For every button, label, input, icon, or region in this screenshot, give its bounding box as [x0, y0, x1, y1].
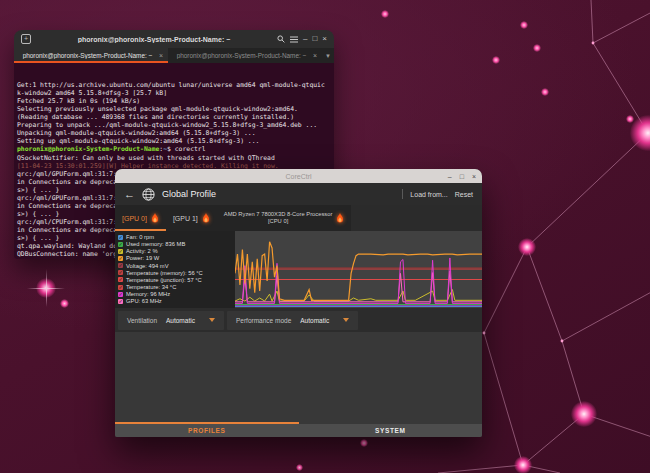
globe-icon	[142, 188, 155, 201]
sensor-checkbox[interactable]: ✓	[118, 285, 123, 290]
terminal-line: phoronix@phoronix-System-Product-Name:~$…	[17, 145, 331, 153]
sensor-checkbox[interactable]: ✓	[118, 249, 123, 254]
performance-mode-select[interactable]: Automatic	[300, 317, 334, 324]
bottom-nav: PROFILES SYSTEM	[115, 422, 482, 437]
sensor-label: GPU: 63 MHz	[126, 298, 162, 304]
corectrl-window: CoreCtrl – □ × ← Global Profile Load fro…	[115, 169, 482, 437]
sensor-checkbox[interactable]: ✓	[118, 299, 123, 304]
wallpaper-dot	[60, 299, 69, 308]
wallpaper-dot	[533, 44, 541, 52]
terminal-tab-active[interactable]: phoronix@phoronix-System-Product-Name: ~…	[14, 48, 168, 63]
sensor-row: ✓Temperature: 34 °C	[118, 283, 232, 290]
wallpaper-dot	[381, 10, 389, 18]
monitor-section: ✓Fan: 0 rpm✓Used memory: 836 MB✓Activity…	[115, 231, 482, 308]
tab-gpu0[interactable]: [GPU 0]	[115, 205, 166, 231]
controls-row: Ventilation Automatic Performance mode A…	[115, 308, 482, 332]
tab-cpu0[interactable]: AMD Ryzen 7 7800X3D 8-Core Processor [CP…	[217, 205, 352, 231]
profile-body-empty	[115, 332, 482, 422]
sensor-checkbox[interactable]: ✓	[118, 292, 123, 297]
load-from-button[interactable]: Load from...	[410, 191, 447, 198]
menu-icon[interactable]	[290, 36, 298, 43]
terminal-tab-bar: phoronix@phoronix-System-Product-Name: ~…	[14, 48, 334, 63]
minimize-icon[interactable]: –	[303, 35, 307, 43]
performance-mode-control: Performance mode Automatic	[227, 311, 358, 330]
flame-icon	[202, 213, 210, 223]
maximize-icon[interactable]: □	[312, 35, 317, 43]
sensor-row: ✓Temperature (memory): 56 °C	[118, 269, 232, 276]
close-icon[interactable]: ×	[472, 173, 476, 180]
sensor-row: ✓GPU: 63 MHz	[118, 298, 232, 305]
sensor-label: Temperature: 34 °C	[126, 284, 176, 290]
tab-gpu1[interactable]: [GPU 1]	[166, 205, 217, 231]
close-icon[interactable]: ×	[322, 35, 327, 43]
sensor-label: Used memory: 836 MB	[126, 241, 185, 247]
terminal-tab-label: phoronix@phoronix-System-Product-Name: ~	[173, 52, 310, 59]
corectrl-header: ← Global Profile Load from... Reset	[115, 183, 482, 205]
terminal-line: Get:1 http://us.archive.ubuntu.com/ubunt…	[17, 81, 331, 89]
sensor-row: ✓Activity: 2 %	[118, 248, 232, 255]
terminal-titlebar: + phoronix@phoronix-System-Product-Name:…	[14, 30, 334, 48]
new-tab-icon[interactable]: +	[21, 34, 31, 44]
tab-close-icon[interactable]: ×	[159, 52, 163, 59]
back-icon[interactable]: ←	[124, 189, 135, 200]
header-separator	[402, 189, 403, 199]
terminal-line: Selecting previously unselected package …	[17, 105, 331, 113]
wallpaper-dot	[360, 439, 368, 447]
graph-series	[235, 242, 482, 301]
sensor-checkbox[interactable]: ✓	[118, 242, 123, 247]
sensor-row: ✓Power: 19 W	[118, 255, 232, 262]
wallpaper-dot	[296, 464, 303, 471]
control-label: Performance mode	[236, 317, 291, 324]
sensor-label: Temperature (memory): 56 °C	[126, 270, 203, 276]
terminal-line: Preparing to unpack .../qml-module-qtqui…	[17, 121, 331, 129]
sensor-legend: ✓Fan: 0 rpm✓Used memory: 836 MB✓Activity…	[115, 231, 235, 308]
sensor-label: Voltage: 494 mV	[126, 263, 169, 269]
terminal-title: phoronix@phoronix-System-Product-Name: ~	[36, 36, 272, 43]
sensor-label: Temperature (junction): 57 °C	[126, 277, 202, 283]
wallpaper-glow	[571, 401, 597, 427]
search-icon[interactable]	[277, 35, 285, 43]
minimize-icon[interactable]: –	[448, 173, 452, 180]
sensor-row: ✓Temperature (junction): 57 °C	[118, 276, 232, 283]
sensor-label: Fan: 0 rpm	[126, 234, 154, 240]
wallpaper-glow	[518, 238, 536, 256]
sensor-label: Activity: 2 %	[126, 248, 158, 254]
tab-close-icon[interactable]: ×	[313, 52, 317, 59]
tab-label: [GPU 0]	[122, 215, 147, 222]
control-label: Ventilation	[127, 317, 157, 324]
sensor-checkbox[interactable]: ✓	[118, 235, 123, 240]
active-tab-indicator	[115, 422, 299, 424]
wallpaper-dot	[541, 88, 549, 96]
terminal-line: Setting up qml-module-qtquick-window2:am…	[17, 137, 331, 145]
sensor-row: ✓Fan: 0 rpm	[118, 234, 232, 241]
chevron-down-icon[interactable]: ▼	[322, 48, 334, 63]
sensor-label: Power: 19 W	[126, 255, 159, 261]
ventilation-control: Ventilation Automatic	[118, 311, 224, 330]
wallpaper-glow	[514, 456, 532, 473]
sensor-checkbox[interactable]: ✓	[118, 263, 123, 268]
device-tab-bar: [GPU 0] [GPU 1] AMD Ryzen 7 7800X3D 8-Co…	[115, 205, 482, 231]
terminal-line: (Reading database ... 489368 files and d…	[17, 113, 331, 121]
graph-svg	[235, 231, 482, 308]
tab-label: [GPU 1]	[173, 215, 198, 222]
terminal-line: k-window2 amd64 5.15.8+dfsg-3 [25.7 kB]	[17, 89, 331, 97]
tab-system[interactable]: SYSTEM	[299, 424, 483, 437]
maximize-icon[interactable]: □	[460, 173, 464, 180]
graph-series	[235, 271, 482, 302]
sensor-checkbox[interactable]: ✓	[118, 256, 123, 261]
sensor-checkbox[interactable]: ✓	[118, 270, 123, 275]
reset-button[interactable]: Reset	[455, 191, 473, 198]
flame-icon	[336, 213, 344, 223]
chevron-down-icon[interactable]	[209, 318, 215, 322]
tab-label: AMD Ryzen 7 7800X3D 8-Core Processor [CP…	[224, 211, 333, 224]
terminal-tab-inactive[interactable]: phoronix@phoronix-System-Product-Name: ~…	[168, 48, 322, 63]
tab-profiles[interactable]: PROFILES	[115, 424, 299, 437]
sensor-checkbox[interactable]: ✓	[118, 277, 123, 282]
sensor-graph	[235, 231, 482, 308]
sensor-row: ✓Voltage: 494 mV	[118, 262, 232, 269]
ventilation-select[interactable]: Automatic	[166, 317, 200, 324]
terminal-line: QSocketNotifier: Can only be used with t…	[17, 154, 331, 162]
chevron-down-icon[interactable]	[343, 318, 349, 322]
sensor-row: ✓Used memory: 836 MB	[118, 241, 232, 248]
flame-icon	[151, 213, 159, 223]
